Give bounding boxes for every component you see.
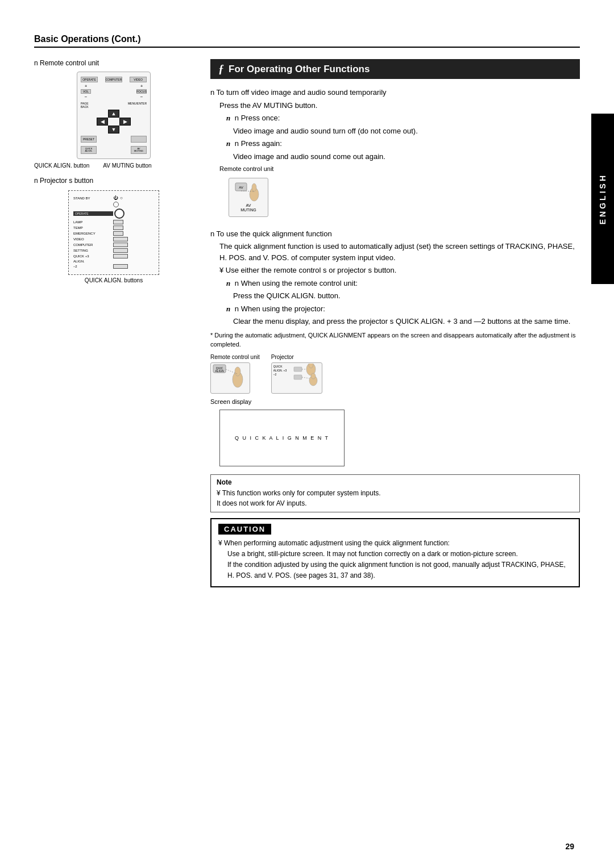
computer-row: COMPUTER [73,243,154,247]
svg-point-16 [311,373,316,379]
setting-indicator [113,248,128,253]
projector-align-block: Projector QUICK ALIGN. +3 –2 [271,354,322,394]
note-line-2: It does not work for AV inputs. [217,498,574,508]
minus2-label: –2 [73,265,113,268]
page-back-label: PAGEBACK [81,102,89,108]
english-label: ENGLISH [598,173,607,224]
computer-indicator [113,243,128,247]
vol-label: VOL [81,89,91,94]
minus2-row: –2 [73,264,154,269]
quick-align-heading: n To use the quick alignment function [210,228,580,240]
screen-display-label: Screen display [210,398,580,405]
operate-proj-label: OPERATE [73,211,113,216]
when-projector-label-text: n When using the projector: [235,304,325,313]
quick-plus3-label: QUICK +3 [73,254,113,258]
press-again-label-text: n Press again: [235,139,282,148]
main-layout: n Remote control unit OPERATE COMPUTER V… [34,59,580,587]
small-remote-block: Remote control unit AV [219,165,580,220]
press-once-text: Video image and audio sound turn off (do… [233,126,580,137]
quick-align-caption: QUICK ALIGN. button [34,162,89,169]
projector-label: n Projector s button [34,177,193,185]
hand-press-svg: AV [234,182,263,202]
av-muting-visual: AV AVMUTING [233,182,264,213]
caution-box: CAUTION ¥ When performing automatic adju… [210,518,580,587]
vol-focus-row: + VOL − + FOCUS − [81,84,147,99]
temp-label: TEMP [73,226,113,229]
press-again-label: n n Press again: [226,138,580,149]
emergency-indicator [113,231,123,236]
screen-display: Q U I C K A L I G N M E N T [219,410,345,466]
press-once-label-text: n Press once: [235,114,280,122]
focus-block: + FOCUS − [136,84,147,99]
quick-align-group: QUICKALIGN. [81,146,97,154]
vol-plus-icon: + [85,84,88,89]
blank-preset [131,136,147,143]
svg-rect-11 [294,367,302,372]
bullet-once: n [226,112,230,124]
temp-row: TEMP [73,226,154,230]
standby-circle: ○ [120,195,123,201]
setting-label: SETTING [73,249,113,252]
quick-plus3-indicator [113,254,128,258]
lamp-label: LAMP [73,220,113,224]
nav-row-middle: ◀ ▶ [97,118,131,126]
nav-right-btn: ▶ [119,118,131,126]
menu-enter-label: MENU/ENTER [128,102,147,108]
quick-align-desc: The quick alignment function is used to … [219,241,580,263]
turn-off-heading: n To turn off video image and audio soun… [210,87,580,98]
nav-row-up: ▲ [108,110,119,118]
nav-center [109,118,118,126]
projector-quick-caption: QUICK ALIGN. buttons [34,277,193,283]
proj-quick-label2: ALIGN. +3 [273,369,287,373]
menu-row: PAGEBACK MENU/ENTER [81,102,147,108]
svg-point-9 [235,367,240,376]
nav-row-down: ▼ [108,126,119,133]
align-diagrams-row: Remote control unit QUIC ALIGN [210,354,580,394]
svg-point-3 [252,183,256,191]
screen-text: Q U I C K A L I G N M E N T [235,435,329,441]
right-column: ƒ For Operating Other Functions n To tur… [210,59,580,587]
page-title: Basic Operations (Cont.) [34,34,580,44]
remote-label-small: Remote control unit [219,165,580,172]
when-remote-label: n n When using the remote control unit: [226,278,580,289]
note-line-1: ¥ This function works only for computer … [217,488,574,498]
proj-quick-label1: QUICK [273,365,287,369]
computer-proj-label: COMPUTER [73,243,113,247]
remote-section-label: n Remote control unit [34,59,193,67]
turn-off-section: n To turn off video image and audio soun… [210,87,580,220]
caution-title: CAUTION [218,524,271,535]
av-muting-diagram-label: AVMUTING [240,203,256,213]
svg-text:ALIGN: ALIGN [215,369,223,373]
caution-line-2: Use a bright, still-picture screen. It m… [227,549,572,560]
bullet-remote: n [226,278,230,289]
svg-rect-12 [294,375,302,379]
quick-plus3-row: QUICK +3 [73,254,154,258]
video-indicator [113,237,128,241]
remote-diagram: OPERATE COMPUTER VIDEO + VOL − + FOCUS − [77,72,151,159]
page-container: ENGLISH Basic Operations (Cont.) n Remot… [0,0,614,868]
projector-align-diagram: QUICK ALIGN. +3 –2 [271,362,322,394]
emergency-row: EMERGENCY [73,231,154,236]
note-title: Note [217,478,574,486]
bullet-again: n [226,138,230,149]
computer-btn: COMPUTER [105,77,122,82]
section-heading-text: For Operating Other Functions [229,64,370,75]
operate-btn: OPERATE [81,77,98,82]
standby-label: STAND BY [73,197,113,200]
circle-row [73,202,154,207]
proj-quick-label3: –2 [273,373,287,377]
caution-line-3: If the condition adjusted by using the q… [227,560,572,581]
bullet-projector: n [226,303,230,315]
english-sidebar: ENGLISH [591,114,614,284]
when-remote-label-text: n When using the remote control unit: [235,279,358,287]
projector-diagram: STAND BY ⏻ ○ OPERATE LAMP [68,190,159,275]
lamp-indicator [113,220,123,224]
svg-text:AV: AV [239,186,243,189]
video-row: VIDEO [73,237,154,241]
av-muting-group: AVMUTING [131,146,147,154]
quick-align-section: n To use the quick alignment function Th… [210,228,580,466]
projector-align-label: Projector [271,354,294,360]
when-remote-text: Press the QUICK ALIGN. button. [233,290,580,302]
italic-f: ƒ [218,62,224,76]
focus-minus-icon: − [140,94,143,99]
